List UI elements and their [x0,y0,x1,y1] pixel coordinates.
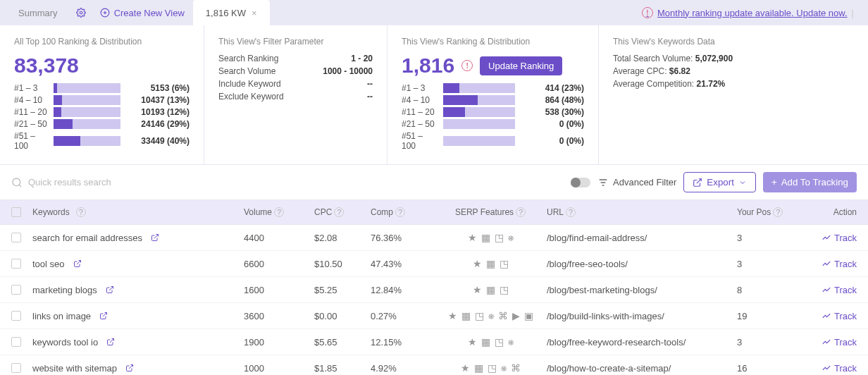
param-value: 1000 - 10000 [323,66,373,76]
svg-line-11 [77,261,81,265]
col-comp[interactable]: Comp [371,207,393,217]
col-cpc[interactable]: CPC [314,207,332,217]
col-keywords[interactable]: Keywords [32,207,70,217]
external-link-icon[interactable] [151,233,159,242]
track-link[interactable]: Track [807,363,857,374]
track-link[interactable]: Track [807,285,857,295]
table-row: tool seo 6600 $10.50 47.43% ★▦◳ /blog/fr… [0,251,868,277]
dist-label: #51 – 100 [14,131,48,151]
dist-label: #1 – 3 [402,83,438,93]
col-action: Action [833,207,857,217]
dist-value: 5153 (6%) [126,83,190,93]
help-icon[interactable]: ? [566,207,576,217]
tab-current-label: 1,816 KW [206,8,246,18]
param-value: -- [367,79,373,89]
distribution-row: #11 – 20 538 (30%) [402,107,584,117]
param-row: Search Ranking1 - 20 [218,54,373,63]
tab-current[interactable]: 1,816 KW × [193,0,270,25]
dist-value: 0 (0%) [521,119,584,129]
cell-cpc: $0.00 [314,311,371,321]
cell-position: 3 [737,233,807,243]
dist-label: #1 – 3 [14,83,48,93]
cell-serp: ★▦◳⎈ [434,336,547,348]
row-checkbox[interactable] [11,363,21,373]
row-checkbox[interactable] [11,233,21,242]
cell-comp: 76.36% [371,233,434,243]
col-pos[interactable]: Your Pos [737,207,771,217]
track-link[interactable]: Track [807,233,857,243]
row-checkbox[interactable] [11,285,21,295]
help-icon[interactable]: ? [274,207,284,217]
help-icon[interactable]: ? [516,207,526,217]
external-link-icon[interactable] [106,285,114,294]
param-key: Search Ranking [218,54,278,63]
serp-feature-icon: ⎈ [508,336,514,348]
dist-label: #11 – 20 [14,107,48,117]
panel-view-ranking: This View's Ranking & Distribution 1,816… [388,25,599,164]
external-link-icon[interactable] [125,364,134,372]
cell-cpc: $5.25 [314,285,371,295]
cell-volume: 6600 [244,259,314,269]
create-new-view-button[interactable]: Create New View [92,8,193,18]
cell-url: /blog/best-marketing-blogs/ [547,285,737,295]
dist-label: #11 – 20 [402,107,438,117]
keyword-text: website with sitemap [32,363,117,374]
serp-feature-icon: ▦ [486,258,495,269]
serp-feature-icon: ★ [473,258,482,269]
alert-icon: ! [461,60,473,71]
row-checkbox[interactable] [11,337,21,347]
cell-cpc: $1.85 [314,363,371,374]
param-key: Search Volume [218,66,275,76]
param-key: Include Keyword [218,79,281,89]
col-volume[interactable]: Volume [244,207,272,217]
help-icon[interactable]: ? [773,207,783,217]
dist-value: 864 (48%) [521,95,584,105]
track-link[interactable]: Track [807,259,857,269]
dist-label: #51 – 100 [402,131,438,151]
help-icon[interactable]: ? [395,207,405,217]
add-to-tracking-button[interactable]: + Add To Tracking [763,172,857,192]
track-link[interactable]: Track [807,311,857,321]
kw-data-value: 5,072,900 [695,54,733,63]
distribution-row: #21 – 50 0 (0%) [402,119,584,129]
results-toolbar: Advanced Filter Export + Add To Tracking [0,165,868,199]
update-notice-link[interactable]: ! Monthly ranking update available. Upda… [642,7,862,18]
tab-summary[interactable]: Summary [6,0,70,25]
select-all-checkbox[interactable] [11,207,21,217]
external-link-icon[interactable] [99,312,108,320]
table-row: search for email addresses 4400 $2.08 76… [0,225,868,251]
help-icon[interactable]: ? [76,207,86,217]
panel-title: This View's Filter Parameter [218,37,373,47]
kw-data-key: Total Search Volume: [613,54,693,63]
dist-bar [443,95,515,105]
dist-label: #21 – 50 [14,119,48,129]
toggle-switch[interactable] [571,178,590,188]
serp-feature-icon: ⌘ [498,310,508,321]
gear-icon[interactable] [70,8,92,18]
table-row: website with sitemap 1000 $1.85 4.92% ★▦… [0,355,868,375]
advanced-filter-button[interactable]: Advanced Filter [597,177,676,188]
col-url[interactable]: URL [547,207,564,217]
serp-feature-icon: ◳ [495,336,504,348]
serp-feature-icon: ▦ [481,336,490,348]
serp-feature-icon: ◳ [488,362,497,374]
row-checkbox[interactable] [11,311,21,321]
kw-data-row: Total Search Volume: 5,072,900 [613,54,854,63]
external-link-icon[interactable] [106,338,115,346]
row-checkbox[interactable] [11,259,21,269]
dist-value: 10193 (12%) [126,107,190,117]
export-button[interactable]: Export [683,172,756,192]
external-link-icon[interactable] [73,259,82,268]
col-serp[interactable]: SERP Features [455,207,514,217]
table-header: Keywords? Volume? CPC? Comp? SERP Featur… [0,199,868,225]
dist-bar [443,83,515,93]
help-icon[interactable]: ? [334,207,344,217]
search-input[interactable] [28,177,169,188]
track-link[interactable]: Track [807,337,857,348]
update-ranking-button[interactable]: Update Ranking [480,56,562,75]
dist-label: #4 – 10 [14,95,48,105]
filter-icon [597,177,609,188]
close-icon[interactable]: × [252,8,257,18]
cell-cpc: $5.65 [314,337,371,348]
cell-volume: 1600 [244,285,314,295]
